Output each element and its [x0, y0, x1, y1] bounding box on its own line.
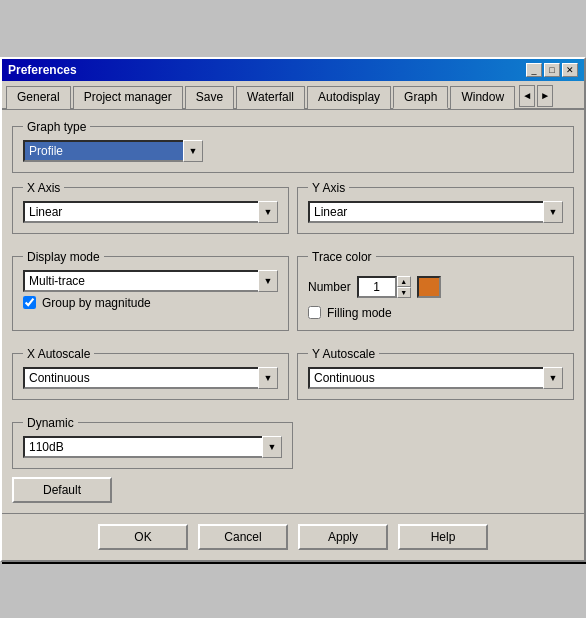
x-autoscale-select-wrapper: Continuous On start Manual ▼ [23, 367, 278, 389]
spin-up-button[interactable]: ▲ [397, 276, 411, 287]
minimize-button[interactable]: _ [526, 63, 542, 77]
dynamic-row: Dynamic 110dB 90dB 70dB ▼ [12, 416, 574, 469]
display-mode-legend: Display mode [23, 250, 104, 264]
y-axis-section: Y Axis Linear Log ▼ [297, 181, 574, 234]
preferences-window: Preferences _ □ ✕ General Project manage… [0, 57, 586, 562]
group-by-magnitude-checkbox[interactable] [23, 296, 36, 309]
filling-mode-row: Filling mode [308, 306, 563, 320]
footer: OK Cancel Apply Help [2, 513, 584, 560]
cancel-button[interactable]: Cancel [198, 524, 288, 550]
default-button-area: Default [12, 477, 574, 503]
window-title: Preferences [8, 63, 77, 77]
default-button[interactable]: Default [12, 477, 112, 503]
dynamic-select[interactable]: 110dB 90dB 70dB [23, 436, 282, 458]
title-bar: Preferences _ □ ✕ [2, 59, 584, 81]
y-autoscale-legend: Y Autoscale [308, 347, 379, 361]
number-label: Number [308, 280, 351, 294]
tab-window[interactable]: Window [450, 86, 515, 109]
x-autoscale-legend: X Autoscale [23, 347, 94, 361]
tab-graph[interactable]: Graph [393, 86, 448, 109]
apply-button[interactable]: Apply [298, 524, 388, 550]
tab-general[interactable]: General [6, 86, 71, 109]
x-autoscale-section: X Autoscale Continuous On start Manual ▼ [12, 347, 289, 400]
help-button[interactable]: Help [398, 524, 488, 550]
autoscale-row: X Autoscale Continuous On start Manual ▼… [12, 347, 574, 408]
x-axis-select[interactable]: Linear Log [23, 201, 278, 223]
tab-prev-button[interactable]: ◄ [519, 85, 535, 107]
dynamic-select-wrapper: 110dB 90dB 70dB ▼ [23, 436, 282, 458]
x-axis-section: X Axis Linear Log ▼ [12, 181, 289, 234]
title-bar-buttons: _ □ ✕ [526, 63, 578, 77]
graph-type-select[interactable]: Profile Spectrum Sonagram [23, 140, 203, 162]
y-axis-select-wrapper: Linear Log ▼ [308, 201, 563, 223]
dynamic-section: Dynamic 110dB 90dB 70dB ▼ [12, 416, 293, 469]
group-by-magnitude-row: Group by magnitude [23, 296, 278, 310]
display-mode-section: Display mode Multi-trace Single-trace ▼ … [12, 250, 289, 331]
group-by-magnitude-label: Group by magnitude [42, 296, 151, 310]
x-axis-select-wrapper: Linear Log ▼ [23, 201, 278, 223]
maximize-button[interactable]: □ [544, 63, 560, 77]
y-autoscale-select[interactable]: Continuous On start Manual [308, 367, 563, 389]
tab-save[interactable]: Save [185, 86, 234, 109]
y-autoscale-section: Y Autoscale Continuous On start Manual ▼ [297, 347, 574, 400]
content-area: Graph type Profile Spectrum Sonagram ▼ X… [2, 110, 584, 513]
trace-color-section: Trace color Number ▲ ▼ Filling mode [297, 250, 574, 331]
spin-buttons: ▲ ▼ [397, 276, 411, 298]
display-mode-select[interactable]: Multi-trace Single-trace [23, 270, 278, 292]
trace-number-input[interactable] [357, 276, 397, 298]
y-axis-select[interactable]: Linear Log [308, 201, 563, 223]
display-trace-row: Display mode Multi-trace Single-trace ▼ … [12, 250, 574, 339]
dynamic-legend: Dynamic [23, 416, 78, 430]
axis-row: X Axis Linear Log ▼ Y Axis Linear Log ▼ [12, 181, 574, 242]
profile-select-wrapper: Profile Spectrum Sonagram ▼ [23, 140, 203, 162]
trace-color-legend: Trace color [308, 250, 376, 264]
graph-type-section: Graph type Profile Spectrum Sonagram ▼ [12, 120, 574, 173]
spin-down-button[interactable]: ▼ [397, 287, 411, 298]
display-mode-select-wrapper: Multi-trace Single-trace ▼ [23, 270, 278, 292]
tab-autodisplay[interactable]: Autodisplay [307, 86, 391, 109]
filling-mode-label: Filling mode [327, 306, 392, 320]
tab-project-manager[interactable]: Project manager [73, 86, 183, 109]
y-autoscale-select-wrapper: Continuous On start Manual ▼ [308, 367, 563, 389]
x-autoscale-select[interactable]: Continuous On start Manual [23, 367, 278, 389]
tab-next-button[interactable]: ► [537, 85, 553, 107]
number-input-wrapper: ▲ ▼ [357, 276, 411, 298]
x-axis-legend: X Axis [23, 181, 64, 195]
close-button[interactable]: ✕ [562, 63, 578, 77]
tabs-row: General Project manager Save Waterfall A… [2, 81, 584, 110]
y-axis-legend: Y Axis [308, 181, 349, 195]
trace-number-row: Number ▲ ▼ [308, 276, 563, 298]
color-swatch[interactable] [417, 276, 441, 298]
graph-type-legend: Graph type [23, 120, 90, 134]
tab-waterfall[interactable]: Waterfall [236, 86, 305, 109]
filling-mode-checkbox[interactable] [308, 306, 321, 319]
ok-button[interactable]: OK [98, 524, 188, 550]
